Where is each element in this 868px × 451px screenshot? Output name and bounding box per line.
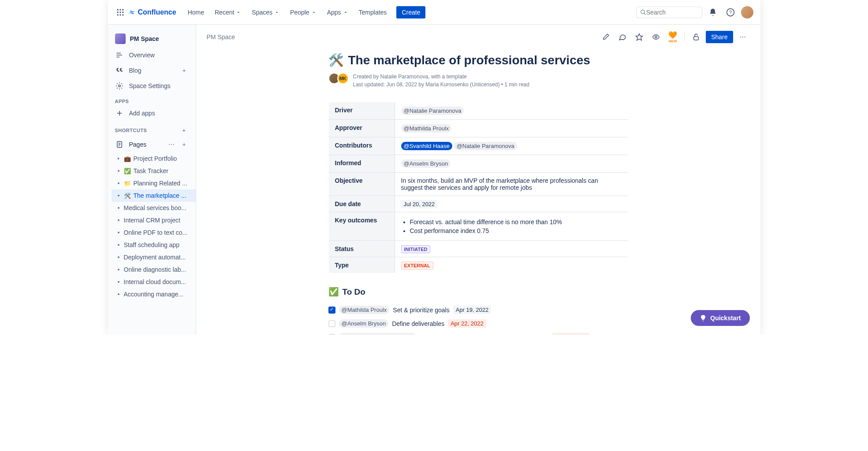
star-icon[interactable] <box>632 30 646 44</box>
blog-icon <box>115 67 124 74</box>
page-tree-item[interactable]: Online PDF to text co... <box>112 226 196 239</box>
confluence-logo[interactable]: Confluence <box>127 8 176 17</box>
share-button[interactable]: Share <box>706 31 733 43</box>
search-box[interactable] <box>636 7 702 18</box>
notifications-icon[interactable] <box>706 5 720 19</box>
todo-heading: ✅ To Do <box>328 287 628 297</box>
table-header: Driver <box>328 102 395 120</box>
restrictions-icon[interactable] <box>689 30 703 44</box>
page-label: Online PDF to text co... <box>124 229 188 236</box>
author-avatars[interactable]: MK <box>328 73 349 84</box>
mention[interactable]: @Natalie Paramonova <box>454 142 517 150</box>
sidebar-shortcuts-section: SHORTCUTS + <box>108 121 196 137</box>
page-tree-item[interactable]: Online diagnostic lab... <box>112 263 196 276</box>
page-tree-item[interactable]: 📁Planning Related ... <box>112 177 196 189</box>
create-button[interactable]: Create <box>396 6 425 18</box>
sidebar-pages-header[interactable]: Pages ⋯ + <box>108 137 196 152</box>
svg-point-0 <box>117 9 118 10</box>
page-content: PM Space 🧡NEW Share ⋯ 🛠️ The marketplace <box>196 25 760 335</box>
sidebar-item-label: Overview <box>129 52 155 59</box>
comment-icon[interactable] <box>615 30 630 44</box>
more-icon[interactable]: ⋯ <box>168 141 175 148</box>
sidebar-add-apps[interactable]: Add apps <box>108 106 196 121</box>
chevron-down-icon <box>236 10 241 15</box>
page-actions: 🧡NEW Share ⋯ <box>599 30 749 44</box>
page-tree-item[interactable]: Internal CRM project <box>112 214 196 226</box>
page-icon <box>115 140 124 148</box>
gear-icon <box>115 82 124 90</box>
mention[interactable]: @Anselm Bryson <box>401 159 451 168</box>
page-tree-item[interactable]: Staff scheduling app <box>112 239 196 251</box>
space-icon <box>115 33 126 44</box>
status-badge: INITIATED <box>401 245 431 253</box>
page-label: Online diagnostic lab... <box>124 266 186 273</box>
svg-point-5 <box>122 11 123 13</box>
table-header: Contributors <box>328 137 395 155</box>
table-header: Type <box>328 257 395 274</box>
mention[interactable]: @Svanhild Haase <box>401 142 452 150</box>
help-icon[interactable]: ? <box>723 5 738 19</box>
page-label: Project Portfolio <box>134 155 177 162</box>
quickstart-button[interactable]: Quickstart <box>691 310 749 326</box>
add-blog-icon[interactable]: + <box>180 66 189 75</box>
date: Jul 20, 2022 <box>401 200 438 208</box>
app-switcher-icon[interactable] <box>115 7 126 18</box>
svg-point-24 <box>655 36 657 38</box>
page-label: Deployment automat... <box>124 254 186 261</box>
nav-recent[interactable]: Recent <box>210 6 246 18</box>
nav-home[interactable]: Home <box>183 6 209 18</box>
mention[interactable]: @Andew Miller (Unlicensed) <box>339 333 417 335</box>
page-emoji-icon: 🛠️ <box>124 192 131 199</box>
chevron-down-icon <box>311 10 317 15</box>
add-page-icon[interactable]: + <box>180 140 189 149</box>
mention[interactable]: @Mathilda Proulx <box>339 306 390 314</box>
svg-point-4 <box>119 11 121 13</box>
sidebar-blog[interactable]: Blog + <box>108 63 196 78</box>
user-avatar[interactable] <box>741 6 753 18</box>
mention[interactable]: @Natalie Paramonova <box>401 107 464 115</box>
status-badge: EXTERNAL <box>401 262 433 270</box>
task-date: May 2, 2022 <box>552 333 589 335</box>
edit-icon[interactable] <box>599 30 613 44</box>
more-actions-icon[interactable]: ⋯ <box>736 30 750 44</box>
page-tree-item[interactable]: 💼Project Portfolio <box>112 152 196 165</box>
task-checkbox[interactable] <box>328 334 335 335</box>
space-name: PM Space <box>130 35 159 42</box>
page-tree-item[interactable]: Internal cloud docum... <box>112 276 196 288</box>
upgrade-icon[interactable]: 🧡NEW <box>666 30 680 44</box>
task-item: @Anselm BrysonDefine deliverablesApr 22,… <box>328 317 628 330</box>
sidebar-settings[interactable]: Space Settings <box>108 78 196 93</box>
page-tree-item[interactable]: 🛠️The marketplace ... <box>112 189 196 202</box>
nav-apps[interactable]: Apps <box>323 6 353 18</box>
title-text: The marketplace of professional services <box>348 53 590 67</box>
sidebar-overview[interactable]: Overview <box>108 48 196 63</box>
page-tree-item[interactable]: Accounting manage... <box>112 288 196 300</box>
search-input[interactable] <box>646 9 698 16</box>
nav-spaces[interactable]: Spaces <box>247 6 284 18</box>
add-shortcut-icon[interactable]: + <box>180 126 189 135</box>
page-emoji-icon: ✅ <box>124 168 131 174</box>
watch-icon[interactable] <box>649 30 663 44</box>
lightbulb-icon <box>700 314 707 322</box>
task-checkbox[interactable] <box>328 320 335 327</box>
page-tree-item[interactable]: Deployment automat... <box>112 251 196 263</box>
mention[interactable]: @Anselm Bryson <box>339 319 389 328</box>
table-header: Approver <box>328 120 395 137</box>
svg-rect-25 <box>694 37 699 40</box>
breadcrumb[interactable]: PM Space <box>207 33 235 41</box>
nav-templates[interactable]: Templates <box>354 6 391 18</box>
page-label: Planning Related ... <box>134 180 187 187</box>
page-tree-item[interactable]: ✅Task Tracker <box>112 165 196 177</box>
table-header: Status <box>328 241 395 257</box>
page-tree-item[interactable]: Medical services boo... <box>112 202 196 214</box>
space-header[interactable]: PM Space <box>108 30 196 48</box>
task-checkbox[interactable] <box>328 307 335 314</box>
nav-people[interactable]: People <box>286 6 321 18</box>
task-text: Identify issues and complete a risk asse… <box>420 334 549 335</box>
new-badge: NEW <box>669 39 677 43</box>
page-label: Medical services boo... <box>124 204 186 211</box>
page-label: Internal CRM project <box>124 217 180 224</box>
svg-point-3 <box>117 11 118 13</box>
mention[interactable]: @Mathilda Proulx <box>401 124 452 133</box>
quickstart-label: Quickstart <box>710 314 741 322</box>
